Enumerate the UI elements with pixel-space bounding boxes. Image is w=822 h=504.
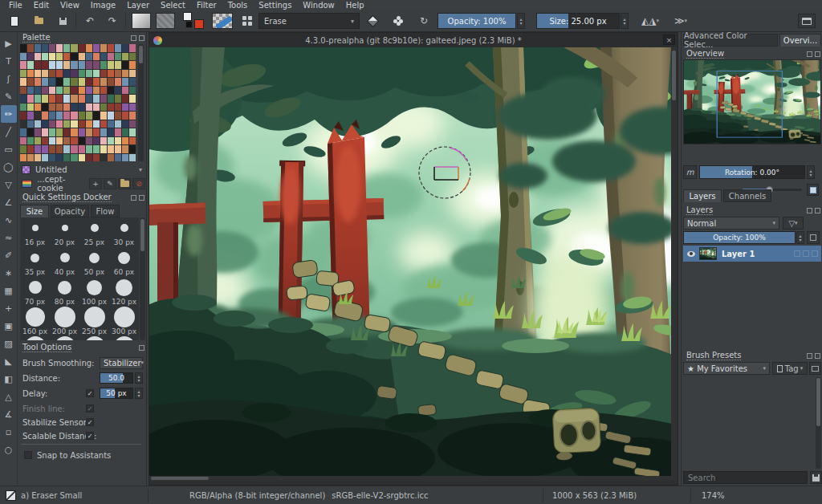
palette-swatch[interactable] — [100, 145, 107, 153]
palette-swatch[interactable] — [79, 61, 85, 69]
tool-rect-select[interactable]: ▫ — [1, 423, 17, 441]
workspace-chooser-button[interactable] — [798, 14, 816, 28]
palette-swatch[interactable] — [93, 120, 100, 128]
palette-swatch[interactable] — [49, 70, 55, 78]
tool-polygon[interactable]: ▽ — [1, 176, 17, 193]
tool-freehand-path[interactable]: ≈ — [1, 229, 17, 246]
edit-palette-button[interactable]: ✎ — [104, 178, 116, 189]
palette-swatch[interactable] — [27, 87, 34, 95]
menu-settings[interactable]: Settings — [253, 1, 297, 10]
tool-assistants[interactable]: △ — [1, 388, 17, 405]
brush-size-preset[interactable]: 70 px — [20, 277, 50, 307]
tool-polyline[interactable]: ∠ — [1, 193, 17, 211]
palette-swatch[interactable] — [63, 112, 70, 120]
palette-swatch[interactable] — [122, 104, 128, 112]
palette-swatch[interactable] — [20, 87, 26, 95]
palette-swatch[interactable] — [42, 61, 48, 69]
palette-swatch[interactable] — [42, 53, 48, 61]
palette-swatch[interactable] — [129, 145, 136, 153]
menu-tools[interactable]: Tools — [222, 1, 254, 10]
palette-swatch[interactable] — [42, 87, 48, 95]
palette-swatch[interactable] — [108, 61, 114, 69]
tool-measure[interactable]: ∡ — [1, 405, 17, 423]
palette-swatch[interactable] — [56, 120, 63, 128]
menu-view[interactable]: View — [55, 1, 85, 10]
palette-swatch[interactable] — [20, 95, 26, 103]
palette-swatch[interactable] — [20, 120, 26, 128]
tool-freehand-brush[interactable]: ✏ — [1, 105, 17, 123]
palette-swatch[interactable] — [63, 70, 70, 78]
brush-size-preset[interactable]: 100 px — [79, 277, 109, 307]
palette-swatch[interactable] — [27, 154, 34, 162]
reload-preset-button[interactable]: ↻ — [414, 13, 433, 29]
palette-swatch[interactable] — [42, 112, 48, 120]
palette-swatch[interactable] — [115, 61, 121, 69]
palette-swatch[interactable] — [115, 95, 121, 103]
palette-swatch[interactable] — [63, 128, 70, 136]
tool-color-sampler[interactable]: ◣ — [1, 352, 17, 370]
palette-swatch[interactable] — [79, 112, 85, 120]
tool-ellipse[interactable]: ◯ — [1, 158, 17, 176]
palette-swatch[interactable] — [115, 112, 121, 120]
palette-swatch[interactable] — [79, 137, 85, 145]
palette-swatch[interactable] — [115, 70, 121, 78]
palette-swatch[interactable] — [100, 95, 107, 103]
palette-swatch[interactable] — [35, 112, 41, 120]
float-docker-icon[interactable] — [131, 35, 136, 41]
palette-swatch[interactable] — [71, 104, 77, 112]
canvas-titlebar[interactable]: 4.3.0-prealpha (git 8c9b10e): galteed.jp… — [149, 33, 678, 47]
menu-filter[interactable]: Filter — [191, 1, 222, 10]
palette-swatch[interactable] — [86, 120, 92, 128]
tool-line[interactable]: ╱ — [1, 123, 17, 140]
menu-select[interactable]: Select — [155, 1, 191, 10]
tool-bezier-curve[interactable]: ∿ — [1, 211, 17, 229]
palette-swatch[interactable] — [100, 78, 107, 86]
size-spinner[interactable]: ▴▾ — [621, 13, 629, 29]
palette-swatch[interactable] — [49, 95, 55, 103]
palette-swatch[interactable] — [129, 128, 136, 136]
layer-opacity-slider[interactable]: Opacity: 100% — [683, 231, 796, 244]
palette-swatch[interactable] — [79, 78, 85, 86]
palette-swatch[interactable] — [35, 53, 41, 61]
size-slider[interactable]: Size: 25.00 px — [536, 13, 620, 29]
tab-flow[interactable]: Flow — [91, 205, 120, 217]
palette-swatch[interactable] — [115, 145, 121, 153]
palette-swatch[interactable] — [27, 61, 34, 69]
tool-fill[interactable]: ◧ — [1, 370, 17, 388]
blend-mode-combobox[interactable]: Normal▾ — [683, 217, 779, 230]
preset-option-button[interactable] — [389, 13, 408, 29]
palette-swatch[interactable] — [35, 44, 41, 52]
palette-swatch[interactable] — [71, 44, 77, 52]
rotation-spinner[interactable]: ▴▾ — [807, 165, 815, 179]
brush-size-preset[interactable]: 50 px — [79, 247, 109, 277]
tag-button[interactable]: Tag▾ — [772, 362, 808, 375]
palette-swatch[interactable] — [63, 61, 70, 69]
palette-swatch[interactable] — [56, 137, 63, 145]
palette-swatch[interactable] — [93, 44, 100, 52]
palette-swatch[interactable] — [86, 137, 92, 145]
brush-size-preset[interactable]: 25 px — [79, 217, 109, 247]
alpha-lock-icon[interactable] — [794, 250, 800, 257]
palette-folder-button[interactable] — [118, 178, 131, 189]
palette-swatch[interactable] — [100, 112, 107, 120]
palette-swatch[interactable] — [86, 87, 92, 95]
palette-swatch[interactable] — [115, 128, 121, 136]
close-docker-icon[interactable] — [139, 195, 144, 201]
palette-swatch[interactable] — [27, 145, 34, 153]
palette-swatch[interactable] — [100, 154, 107, 162]
palette-swatch[interactable] — [93, 53, 100, 61]
palette-swatch[interactable] — [129, 70, 136, 78]
palette-swatch[interactable] — [108, 78, 114, 86]
menu-edit[interactable]: Edit — [28, 1, 55, 10]
menu-image[interactable]: Image — [85, 1, 121, 10]
undo-button[interactable]: ↶ — [80, 13, 100, 29]
palette-swatch[interactable] — [49, 44, 55, 52]
palette-swatch[interactable] — [93, 154, 100, 162]
float-docker-icon[interactable] — [131, 195, 136, 201]
palette-swatch[interactable] — [86, 154, 92, 162]
palette-swatch[interactable] — [108, 87, 114, 95]
palette-swatch[interactable] — [56, 128, 63, 136]
palette-swatch[interactable] — [108, 137, 114, 145]
tool-text[interactable]: T — [1, 52, 17, 70]
palette-swatch[interactable] — [56, 95, 63, 103]
